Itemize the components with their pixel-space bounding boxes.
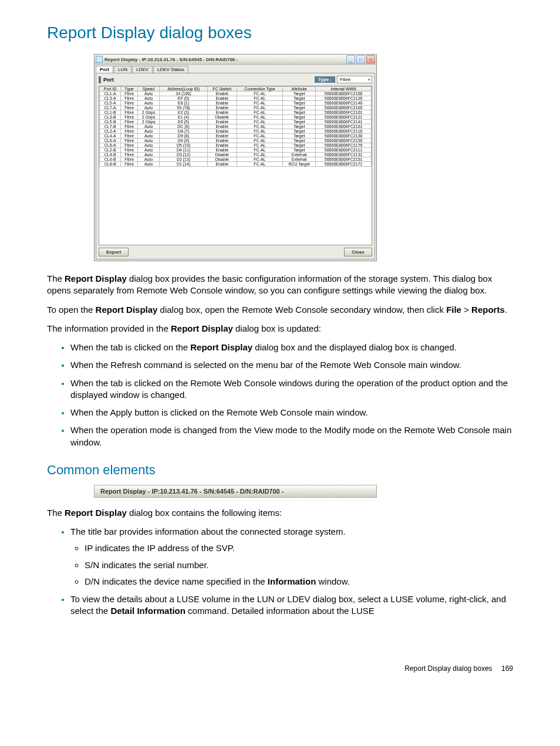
tab-ldev[interactable]: LDEV xyxy=(132,66,153,73)
footer-text: Report Display dialog boxes xyxy=(404,664,492,673)
dialog-title: Report Display - IP:10.213.41.76 - S/N:6… xyxy=(104,57,345,62)
table-cell: Enable xyxy=(207,92,237,96)
table-cell: CL6-B xyxy=(100,157,121,162)
table-cell: FC-AL xyxy=(237,157,282,162)
column-header[interactable]: Address(Loop ID) xyxy=(160,87,207,92)
table-cell: 50060E8006FC2140 xyxy=(316,101,372,106)
table-cell: FC-AL xyxy=(237,134,282,139)
page-number: 169 xyxy=(501,664,513,673)
table-cell: 50060E8006FC2130 xyxy=(316,134,372,139)
column-header[interactable]: FC Switch xyxy=(207,87,237,92)
common-elements-list: The title bar provides information about… xyxy=(47,526,513,617)
table-cell: Target xyxy=(282,129,315,134)
table-cell: Disable xyxy=(207,115,237,120)
close-icon[interactable]: × xyxy=(366,55,375,63)
column-header[interactable]: Internal WWN xyxy=(316,87,372,92)
table-row[interactable]: CL8-AFibreAutoD5 (10)EnableFC-ALTarget50… xyxy=(100,143,372,148)
table-row[interactable]: CL3-BFibre2 GbpsE1 (4)DisableFC-ALTarget… xyxy=(100,115,372,120)
table-row[interactable]: CL5-BFibre2 GbpsE0 (5)EnableFC-ALTarget5… xyxy=(100,120,372,124)
table-row[interactable]: CL7-BFibreAutoDC (6)EnableFC-ALTarget500… xyxy=(100,124,372,129)
table-cell: 2 Gbps xyxy=(137,120,159,124)
column-header[interactable]: Port ID xyxy=(100,87,121,92)
table-row[interactable]: CL7-AFibreAuto59 (78)EnableFC-ALTarget50… xyxy=(100,106,372,110)
table-cell: Fibre xyxy=(121,129,137,134)
table-cell: Fibre xyxy=(121,148,137,153)
table-cell: Auto xyxy=(137,139,159,143)
table-cell: 50060E8006FC2141 xyxy=(316,120,372,124)
table-cell: CL3-B xyxy=(100,115,121,120)
column-header[interactable]: Type xyxy=(121,87,137,92)
column-header[interactable]: Speed xyxy=(137,87,159,92)
table-row[interactable]: CL8-BFibreAutoD1 (14)EnableFC-ALRCU Targ… xyxy=(100,162,372,167)
table-cell: Auto xyxy=(137,157,159,162)
table-cell: Target xyxy=(282,115,315,120)
table-row[interactable]: CL1-BFibre2 GbpsE2 (3)EnableFC-ALTarget5… xyxy=(100,110,372,115)
table-row[interactable]: CL3-AFibreAutoEF (0)EnableFC-ALTarget500… xyxy=(100,96,372,101)
type-label: Type : xyxy=(315,76,335,83)
table-cell: 2 Gbps xyxy=(137,110,159,115)
table-row[interactable]: CL6-AFibreAutoD6 (9)EnableFC-ALTarget500… xyxy=(100,139,372,143)
table-cell: Target xyxy=(282,106,315,110)
table-row[interactable]: CL4-BFibreAutoD3 (12)DisableFC-ALExterna… xyxy=(100,153,372,157)
table-cell: Target xyxy=(282,92,315,96)
tab-port[interactable]: Port xyxy=(96,66,113,73)
table-cell: 50060E8006FC2121 xyxy=(316,115,372,120)
table-row[interactable]: CL5-AFibreAutoE8 (1)EnableFC-ALTarget500… xyxy=(100,101,372,106)
table-cell: FC-AL xyxy=(237,124,282,129)
table-cell: CL1-A xyxy=(100,92,121,96)
table-row[interactable]: CL4-AFibreAutoD9 (8)EnableFC-ALTarget500… xyxy=(100,134,372,139)
table-cell: CL8-B xyxy=(100,162,121,167)
table-cell: Enable xyxy=(207,96,237,101)
table-row[interactable]: CL2-BFibreAutoD4 (11)EnableFC-ALTarget50… xyxy=(100,148,372,153)
table-cell: FC-AL xyxy=(237,143,282,148)
table-cell: Enable xyxy=(207,134,237,139)
table-cell: 50060E8006FC2111 xyxy=(316,148,372,153)
close-button[interactable]: Close xyxy=(344,248,372,256)
table-cell: FC-AL xyxy=(237,101,282,106)
table-cell: Auto xyxy=(137,148,159,153)
table-row[interactable]: CL6-BFibreAutoD2 (13)DisableFC-ALExterna… xyxy=(100,157,372,162)
table-cell: Enable xyxy=(207,120,237,124)
table-cell: Auto xyxy=(137,96,159,101)
table-cell: E0 (5) xyxy=(160,120,207,124)
list-item: IP indicates the IP address of the SVP. xyxy=(85,542,513,554)
update-conditions-list: When the tab is clicked on the Report Di… xyxy=(47,342,513,448)
table-cell: 2 Gbps xyxy=(137,115,159,120)
table-cell: Target xyxy=(282,96,315,101)
list-item: S/N indicates the serial number. xyxy=(85,559,513,571)
table-cell: Auto xyxy=(137,101,159,106)
tab-ldev-status[interactable]: LDEV Status xyxy=(153,66,188,73)
column-header[interactable]: Attribute xyxy=(282,87,315,92)
table-cell: Fibre xyxy=(121,153,137,157)
table-cell: 50060E8006FC2170 xyxy=(316,143,372,148)
table-row[interactable]: CL2-AFibreAutoDA (7)EnableFC-ALTarget500… xyxy=(100,129,372,134)
screenshot-dialog: Report Display - IP:10.213.41.76 - S/N:6… xyxy=(94,54,513,261)
maximize-button[interactable]: □ xyxy=(356,55,365,63)
table-cell: CL5-B xyxy=(100,120,121,124)
table-cell: DC (6) xyxy=(160,124,207,129)
body-paragraph: The Report Display dialog box provides t… xyxy=(47,273,513,297)
tab-bar: Port LUN LDEV LDEV Status xyxy=(95,65,376,73)
table-cell: FC-AL xyxy=(237,96,282,101)
tab-lun[interactable]: LUN xyxy=(114,66,131,73)
port-table: Port IDTypeSpeedAddress(Loop ID)FC Switc… xyxy=(99,86,372,245)
column-header[interactable]: Connection Type xyxy=(237,87,282,92)
minimize-button[interactable]: _ xyxy=(346,55,355,63)
export-button[interactable]: Export xyxy=(99,248,129,256)
table-row[interactable]: CL1-AFibreAuto34 (100)EnableFC-ALTarget5… xyxy=(100,92,372,96)
table-cell: Target xyxy=(282,143,315,148)
table-cell: Target xyxy=(282,148,315,153)
table-cell: Fibre xyxy=(121,106,137,110)
table-cell: D9 (8) xyxy=(160,134,207,139)
table-cell: CL5-A xyxy=(100,101,121,106)
table-cell: CL7-B xyxy=(100,124,121,129)
table-cell: FC-AL xyxy=(237,139,282,143)
table-cell: External xyxy=(282,153,315,157)
table-cell: D2 (13) xyxy=(160,157,207,162)
table-cell: FC-AL xyxy=(237,110,282,115)
table-cell: Enable xyxy=(207,110,237,115)
table-cell: Fibre xyxy=(121,115,137,120)
type-select[interactable]: Fibre xyxy=(337,76,372,83)
table-cell: CL4-B xyxy=(100,153,121,157)
table-cell: Auto xyxy=(137,134,159,139)
